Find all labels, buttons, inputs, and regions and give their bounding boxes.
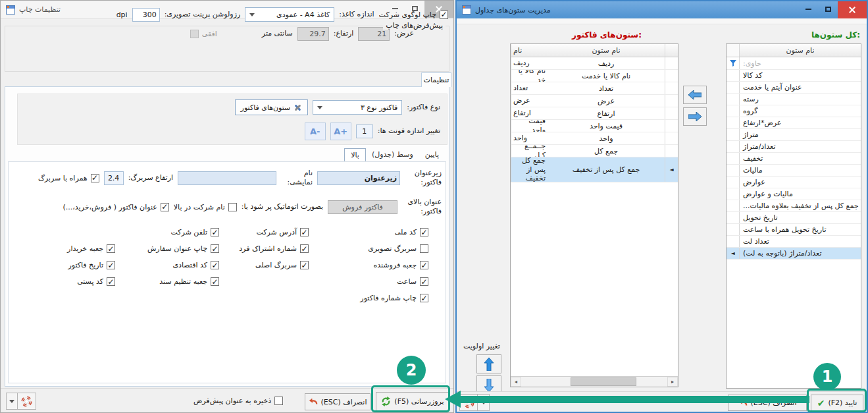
table-row[interactable]: ردیفردیف xyxy=(511,57,678,70)
header-height-input[interactable]: 2.4 xyxy=(104,171,124,185)
row-marker-icon xyxy=(727,188,740,200)
row-marker-icon xyxy=(727,117,740,128)
row-marker-icon: ◄ xyxy=(727,248,740,259)
help-button[interactable] xyxy=(18,393,36,410)
table-row[interactable]: عرضعرض xyxy=(511,95,678,107)
row-marker-icon xyxy=(727,70,740,81)
table-row[interactable]: تعدادتعداد xyxy=(511,82,678,95)
move-to-all-button[interactable] xyxy=(683,107,707,126)
paper-size-dropdown[interactable]: کاغذ A4 - عمودی xyxy=(245,7,334,22)
option-checkbox[interactable]: سربرگ تصویری xyxy=(309,244,428,253)
with-header-checkbox[interactable]: ✓ همراه با سربرگ xyxy=(38,174,99,182)
option-checkbox[interactable]: ✓چاپ شماره فاکتور xyxy=(309,294,428,302)
company-name-top-checkbox[interactable]: نام شرکت در بالا xyxy=(174,203,237,211)
option-checkbox[interactable]: ✓سربرگ اصلی xyxy=(219,261,309,269)
lifebuoy-icon xyxy=(21,396,32,407)
table-row[interactable]: رسته xyxy=(727,94,861,105)
option-checkbox[interactable]: ✓جعبه تنظیم سند xyxy=(115,277,219,286)
save-as-default-checkbox[interactable]: ذخیره به عنوان پیش‌فرض xyxy=(193,397,283,405)
row-marker-icon xyxy=(727,129,740,140)
table-row[interactable]: نام کالا یا خدنام کالا یا خدمت xyxy=(511,70,678,82)
tab-settings[interactable]: تنظیمات xyxy=(421,72,451,87)
option-checkbox[interactable]: ✓شماره اشتراک فرد xyxy=(219,244,309,253)
table-row[interactable]: تاریخ تحویل همراه با ساعت xyxy=(727,224,861,236)
top-section-panel: زیرعنوان فاکتور: زیرعنوان نام نمایشی: ار… xyxy=(8,161,446,383)
resolution-input[interactable]: 300 xyxy=(132,8,160,22)
horizontal-scrollbar[interactable]: ◂ ▸ xyxy=(511,376,678,387)
option-checkbox[interactable]: ✓تلفن شرکت xyxy=(115,228,219,236)
checkbox-label: کد پستی xyxy=(77,277,103,286)
invoice-title-checkbox[interactable]: ✓ عنوان فاکتور ( فروش،خرید،...) xyxy=(63,203,169,211)
font-decrease-button[interactable]: A- xyxy=(305,123,326,140)
window-title: تنظیمات چاپ xyxy=(19,5,61,14)
option-checkbox[interactable]: ✓چاپ عنوان سفارش xyxy=(115,244,219,253)
table-row[interactable]: جمع کل پس از تخفیفجمع کل پس از تخفیف◄ xyxy=(511,157,678,182)
font-increase-button[interactable]: A+ xyxy=(330,123,351,140)
table-row[interactable]: عرض*ارتفاع xyxy=(727,117,861,129)
invoice-type-dropdown[interactable]: فاکتور نوع ۳ xyxy=(313,100,402,115)
close-button[interactable] xyxy=(838,1,867,18)
scrollbar-thumb[interactable] xyxy=(571,377,636,386)
filter-placeholder[interactable]: حاوی: xyxy=(740,57,861,69)
column-header[interactable]: نام ستون xyxy=(548,44,665,57)
option-checkbox[interactable]: ✓کد اقتصادی xyxy=(115,261,219,269)
table-row[interactable]: جــمــع کـلجمع کل xyxy=(511,145,678,157)
scroll-left-button[interactable]: ◂ xyxy=(511,377,521,387)
help-dropdown-button[interactable] xyxy=(6,393,18,410)
font-size-input[interactable]: 1 xyxy=(356,124,373,138)
cancel-button[interactable]: انصراف (ESC) xyxy=(305,393,370,410)
filter-icon-cell[interactable] xyxy=(727,57,740,69)
table-row[interactable]: عنوان آیتم یا خدمت xyxy=(727,82,861,94)
chevron-down-icon xyxy=(9,400,14,403)
table-row[interactable]: متراژ xyxy=(727,129,861,141)
option-checkbox[interactable]: ✓تاریخ فاکتور xyxy=(16,261,115,269)
option-checkbox[interactable]: ✓جعبه خریدار xyxy=(16,244,115,253)
column-name-cell: قیمت واحد xyxy=(548,120,665,132)
option-checkbox[interactable]: ✓کد پستی xyxy=(16,277,115,286)
table-row[interactable]: واحدواحد xyxy=(511,132,678,145)
invoice-columns-button[interactable]: ستون‌های فاکتور xyxy=(235,99,309,115)
annotation-arrow xyxy=(459,396,809,403)
filter-row[interactable]: حاوی: xyxy=(727,57,861,70)
table-row[interactable]: تخفیف xyxy=(727,153,861,165)
option-checkbox[interactable]: ✓آدرس شرکت xyxy=(219,228,309,236)
table-row[interactable]: تعداد/متراژ xyxy=(727,141,861,153)
option-checkbox[interactable]: ✓کد ملی xyxy=(309,228,428,236)
titlebar[interactable]: مدیریت ستون‌های جداول xyxy=(457,1,867,18)
group-label: پیش‌فرض‌های چاپ xyxy=(383,21,446,30)
subtitle-input[interactable]: زیرعنوان xyxy=(317,171,400,185)
section-tab-strip: بالاوسط (جدول)پایین xyxy=(344,148,445,161)
column-name-cell: تعداد xyxy=(548,82,665,94)
table-row[interactable]: گروه xyxy=(727,105,861,117)
checkbox-label: آدرس شرکت xyxy=(256,228,297,236)
priority-up-button[interactable] xyxy=(476,354,501,373)
table-row[interactable]: عوارض xyxy=(727,177,861,188)
column-header[interactable]: نام ستون xyxy=(740,44,861,57)
section-tab[interactable]: پایین xyxy=(419,148,445,161)
print-settings-window: تنظیمات چاپ پیش‌فرض‌های چاپ ✓ چاپ لوگوی … xyxy=(0,0,454,413)
table-row[interactable]: کد کالا xyxy=(727,70,861,82)
table-row[interactable]: تعداد لت xyxy=(727,236,861,248)
table-row[interactable]: جمع کل پس از تخفیف بعلاوه مالیات... xyxy=(727,200,861,212)
checkbox-label: سربرگ تصویری xyxy=(368,244,417,253)
table-row[interactable]: ارتفاعارتفاع xyxy=(511,107,678,120)
option-checkbox[interactable]: ✓جعبه فروشنده xyxy=(309,261,428,269)
section-tab[interactable]: بالا xyxy=(344,148,366,161)
print-logo-checkbox[interactable]: ✓ چاپ لوگوی شرکت xyxy=(379,11,448,19)
table-row[interactable]: تاریخ تحویل xyxy=(727,212,861,224)
table-row[interactable]: مالیات و عوارض xyxy=(727,188,861,200)
header-height-label: ارتفاع سربرگ: xyxy=(128,173,173,182)
scroll-right-button[interactable]: ▸ xyxy=(667,377,678,387)
name-header[interactable]: نام xyxy=(511,44,548,57)
column-name-cell: تعداد لت xyxy=(740,236,861,247)
table-row[interactable]: قیمت واحدقیمت واحد xyxy=(511,120,678,132)
maximize-button[interactable] xyxy=(818,1,838,17)
minimize-button[interactable] xyxy=(798,1,818,17)
move-to-invoice-button[interactable] xyxy=(683,86,707,104)
section-tab[interactable]: وسط (جدول) xyxy=(366,148,419,161)
scrollbar-track[interactable] xyxy=(521,377,667,387)
option-checkbox[interactable]: ✓ساعت xyxy=(309,277,428,286)
table-row[interactable]: مالیات xyxy=(727,165,861,177)
table-row[interactable]: ◄تعداد/متراژ (باتوجه به لت) xyxy=(727,248,861,260)
display-name-input[interactable] xyxy=(178,171,276,185)
